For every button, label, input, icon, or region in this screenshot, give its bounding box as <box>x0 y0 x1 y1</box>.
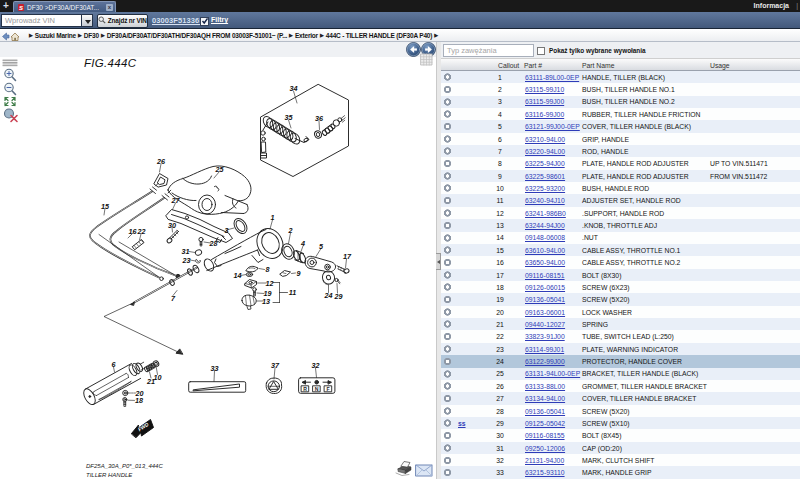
svg-text:1: 1 <box>271 213 275 222</box>
svg-text:2: 2 <box>288 226 293 235</box>
svg-text:25: 25 <box>215 165 225 174</box>
svg-text:27: 27 <box>171 196 181 205</box>
svg-text:35: 35 <box>285 113 294 122</box>
svg-text:8: 8 <box>266 265 270 274</box>
svg-text:32: 32 <box>312 361 320 370</box>
svg-text:R: R <box>303 386 307 392</box>
svg-text:FIG.444C: FIG.444C <box>84 57 137 69</box>
svg-text:34: 34 <box>290 84 298 93</box>
svg-text:10: 10 <box>154 373 162 382</box>
svg-text:22: 22 <box>137 227 146 236</box>
svg-text:12: 12 <box>266 279 274 288</box>
svg-text:TILLER HANDLE: TILLER HANDLE <box>86 472 133 478</box>
svg-text:DF25A_30A_P0*_013_444C: DF25A_30A_P0*_013_444C <box>86 463 163 469</box>
svg-text:3: 3 <box>225 226 229 235</box>
svg-text:11: 11 <box>289 288 296 297</box>
svg-text:14: 14 <box>234 271 242 280</box>
svg-text:36: 36 <box>315 114 324 123</box>
svg-text:13: 13 <box>262 297 270 306</box>
svg-text:33: 33 <box>211 364 219 373</box>
svg-text:16: 16 <box>129 227 138 236</box>
svg-text:17: 17 <box>343 252 352 261</box>
svg-text:29: 29 <box>334 292 343 301</box>
svg-text:F: F <box>327 386 330 392</box>
svg-text:30: 30 <box>168 221 176 230</box>
svg-text:28: 28 <box>209 239 218 248</box>
svg-text:23: 23 <box>182 256 191 265</box>
svg-text:N: N <box>315 386 319 392</box>
svg-text:15: 15 <box>101 202 110 211</box>
svg-text:24: 24 <box>324 291 333 300</box>
svg-text:18: 18 <box>135 396 143 405</box>
svg-text:9: 9 <box>297 269 301 278</box>
svg-text:37: 37 <box>271 361 280 370</box>
svg-text:26: 26 <box>156 157 166 166</box>
svg-text:4: 4 <box>300 239 305 248</box>
